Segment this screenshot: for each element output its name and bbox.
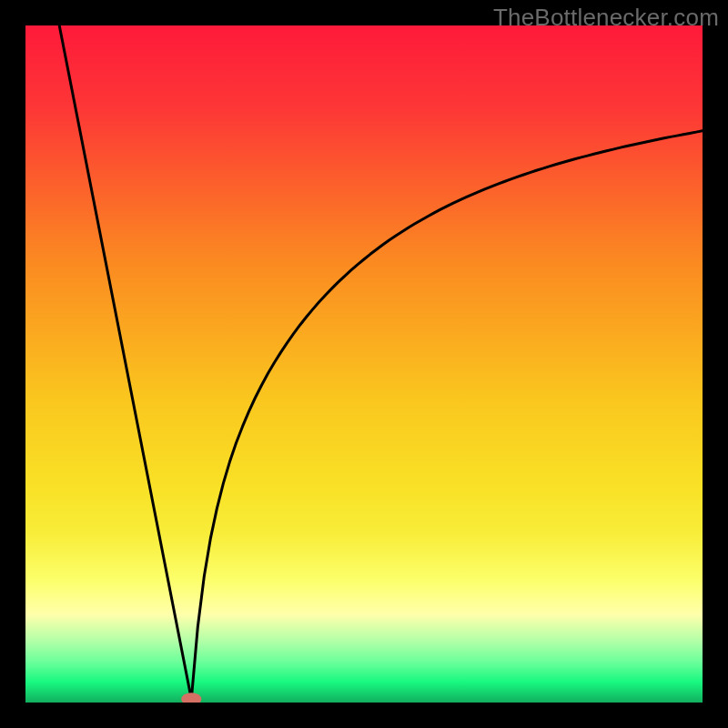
chart-frame: [25, 25, 703, 703]
watermark-text: TheBottlenecker.com: [493, 4, 719, 32]
bottleneck-chart: [25, 25, 703, 703]
